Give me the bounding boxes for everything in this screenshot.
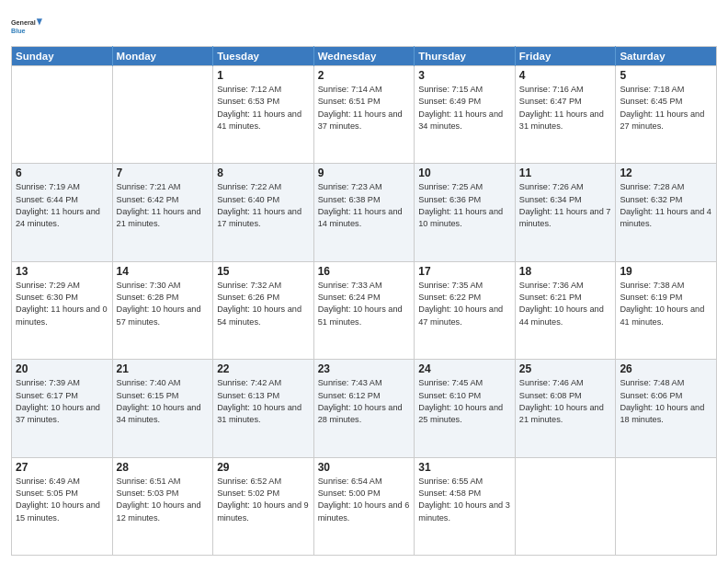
day-number: 24 xyxy=(418,362,511,375)
day-number: 9 xyxy=(318,167,411,179)
weekday-header: Sunday xyxy=(12,47,113,66)
day-info: Sunrise: 7:29 AM Sunset: 6:30 PM Dayligh… xyxy=(16,280,108,328)
calendar-cell: 27Sunrise: 6:49 AM Sunset: 5:05 PM Dayli… xyxy=(12,457,113,555)
calendar-cell: 21Sunrise: 7:40 AM Sunset: 6:15 PM Dayli… xyxy=(112,360,213,457)
calendar-cell: 10Sunrise: 7:25 AM Sunset: 6:36 PM Dayli… xyxy=(415,164,516,261)
day-number: 13 xyxy=(16,265,108,278)
calendar-cell: 6Sunrise: 7:19 AM Sunset: 6:44 PM Daylig… xyxy=(12,164,113,261)
day-number: 18 xyxy=(519,265,612,278)
day-number: 20 xyxy=(16,362,108,375)
day-info: Sunrise: 7:30 AM Sunset: 6:28 PM Dayligh… xyxy=(117,280,210,328)
day-info: Sunrise: 7:21 AM Sunset: 6:42 PM Dayligh… xyxy=(117,181,210,230)
svg-text:General: General xyxy=(11,18,36,27)
day-info: Sunrise: 6:55 AM Sunset: 4:58 PM Dayligh… xyxy=(418,476,511,524)
calendar-table: SundayMondayTuesdayWednesdayThursdayFrid… xyxy=(11,46,717,556)
day-info: Sunrise: 7:26 AM Sunset: 6:34 PM Dayligh… xyxy=(519,181,612,230)
calendar-cell: 9Sunrise: 7:23 AM Sunset: 6:38 PM Daylig… xyxy=(313,164,415,261)
day-info: Sunrise: 7:32 AM Sunset: 6:26 PM Dayligh… xyxy=(217,280,310,328)
calendar-cell: 29Sunrise: 6:52 AM Sunset: 5:02 PM Dayli… xyxy=(213,457,314,555)
calendar-cell: 19Sunrise: 7:38 AM Sunset: 6:19 PM Dayli… xyxy=(616,261,717,359)
day-info: Sunrise: 6:54 AM Sunset: 5:00 PM Dayligh… xyxy=(318,476,411,524)
day-number: 26 xyxy=(620,362,712,375)
calendar-cell xyxy=(112,66,213,164)
page: GeneralBlue SundayMondayTuesdayWednesday… xyxy=(0,0,728,563)
day-number: 4 xyxy=(519,69,612,82)
calendar-header: SundayMondayTuesdayWednesdayThursdayFrid… xyxy=(12,47,717,66)
calendar-cell: 3Sunrise: 7:15 AM Sunset: 6:49 PM Daylig… xyxy=(415,66,516,164)
calendar-cell: 15Sunrise: 7:32 AM Sunset: 6:26 PM Dayli… xyxy=(213,261,314,359)
calendar-cell: 11Sunrise: 7:26 AM Sunset: 6:34 PM Dayli… xyxy=(515,164,616,261)
day-info: Sunrise: 7:33 AM Sunset: 6:24 PM Dayligh… xyxy=(318,280,411,328)
calendar-cell: 8Sunrise: 7:22 AM Sunset: 6:40 PM Daylig… xyxy=(213,164,314,261)
weekday-header: Thursday xyxy=(415,47,516,66)
day-info: Sunrise: 7:28 AM Sunset: 6:32 PM Dayligh… xyxy=(620,181,712,230)
day-info: Sunrise: 7:22 AM Sunset: 6:40 PM Dayligh… xyxy=(217,181,310,230)
day-number: 5 xyxy=(620,69,712,82)
day-number: 29 xyxy=(217,461,310,474)
weekday-header: Saturday xyxy=(616,47,717,66)
calendar-cell: 7Sunrise: 7:21 AM Sunset: 6:42 PM Daylig… xyxy=(112,164,213,261)
calendar-cell: 23Sunrise: 7:43 AM Sunset: 6:12 PM Dayli… xyxy=(313,360,415,457)
calendar-cell: 12Sunrise: 7:28 AM Sunset: 6:32 PM Dayli… xyxy=(616,164,717,261)
day-info: Sunrise: 6:49 AM Sunset: 5:05 PM Dayligh… xyxy=(16,476,108,524)
day-info: Sunrise: 7:12 AM Sunset: 6:53 PM Dayligh… xyxy=(217,84,310,132)
day-number: 22 xyxy=(217,362,310,375)
calendar-cell: 17Sunrise: 7:35 AM Sunset: 6:22 PM Dayli… xyxy=(415,261,516,359)
day-number: 8 xyxy=(217,167,310,179)
header: GeneralBlue xyxy=(11,9,717,40)
day-number: 6 xyxy=(16,167,108,179)
weekday-header: Friday xyxy=(515,47,616,66)
calendar-cell: 16Sunrise: 7:33 AM Sunset: 6:24 PM Dayli… xyxy=(313,261,415,359)
calendar-body: 1Sunrise: 7:12 AM Sunset: 6:53 PM Daylig… xyxy=(12,66,717,556)
day-number: 11 xyxy=(519,167,612,179)
svg-text:Blue: Blue xyxy=(11,27,26,35)
day-number: 14 xyxy=(117,265,210,278)
calendar-cell: 18Sunrise: 7:36 AM Sunset: 6:21 PM Dayli… xyxy=(515,261,616,359)
day-info: Sunrise: 7:38 AM Sunset: 6:19 PM Dayligh… xyxy=(620,280,712,328)
calendar-week-row: 20Sunrise: 7:39 AM Sunset: 6:17 PM Dayli… xyxy=(12,360,717,457)
day-info: Sunrise: 7:15 AM Sunset: 6:49 PM Dayligh… xyxy=(418,84,511,132)
calendar-cell: 13Sunrise: 7:29 AM Sunset: 6:30 PM Dayli… xyxy=(12,261,113,359)
day-number: 10 xyxy=(418,167,511,179)
day-number: 19 xyxy=(620,265,712,278)
day-number: 15 xyxy=(217,265,310,278)
calendar-cell: 20Sunrise: 7:39 AM Sunset: 6:17 PM Dayli… xyxy=(12,360,113,457)
day-info: Sunrise: 6:51 AM Sunset: 5:03 PM Dayligh… xyxy=(117,476,210,524)
day-number: 2 xyxy=(318,69,411,82)
day-info: Sunrise: 7:39 AM Sunset: 6:17 PM Dayligh… xyxy=(16,377,108,426)
day-number: 30 xyxy=(318,461,411,474)
day-number: 12 xyxy=(620,167,712,179)
day-number: 21 xyxy=(117,362,210,375)
day-number: 23 xyxy=(318,362,411,375)
weekday-header: Monday xyxy=(112,47,213,66)
day-info: Sunrise: 7:43 AM Sunset: 6:12 PM Dayligh… xyxy=(318,377,411,426)
day-number: 28 xyxy=(117,461,210,474)
day-info: Sunrise: 7:23 AM Sunset: 6:38 PM Dayligh… xyxy=(318,181,411,230)
calendar-cell: 5Sunrise: 7:18 AM Sunset: 6:45 PM Daylig… xyxy=(616,66,717,164)
calendar-cell: 26Sunrise: 7:48 AM Sunset: 6:06 PM Dayli… xyxy=(616,360,717,457)
calendar-cell: 30Sunrise: 6:54 AM Sunset: 5:00 PM Dayli… xyxy=(313,457,415,555)
day-info: Sunrise: 7:14 AM Sunset: 6:51 PM Dayligh… xyxy=(318,84,411,132)
day-info: Sunrise: 7:45 AM Sunset: 6:10 PM Dayligh… xyxy=(418,377,511,426)
calendar-cell: 28Sunrise: 6:51 AM Sunset: 5:03 PM Dayli… xyxy=(112,457,213,555)
calendar-week-row: 6Sunrise: 7:19 AM Sunset: 6:44 PM Daylig… xyxy=(12,164,717,261)
day-info: Sunrise: 7:42 AM Sunset: 6:13 PM Dayligh… xyxy=(217,377,310,426)
day-info: Sunrise: 6:52 AM Sunset: 5:02 PM Dayligh… xyxy=(217,476,310,524)
calendar-week-row: 13Sunrise: 7:29 AM Sunset: 6:30 PM Dayli… xyxy=(12,261,717,359)
day-number: 1 xyxy=(217,69,310,82)
day-info: Sunrise: 7:19 AM Sunset: 6:44 PM Dayligh… xyxy=(16,181,108,230)
calendar-cell: 25Sunrise: 7:46 AM Sunset: 6:08 PM Dayli… xyxy=(515,360,616,457)
calendar-cell: 4Sunrise: 7:16 AM Sunset: 6:47 PM Daylig… xyxy=(515,66,616,164)
day-info: Sunrise: 7:18 AM Sunset: 6:45 PM Dayligh… xyxy=(620,84,712,132)
weekday-header: Tuesday xyxy=(213,47,314,66)
day-number: 7 xyxy=(117,167,210,179)
svg-marker-2 xyxy=(37,18,42,25)
day-info: Sunrise: 7:46 AM Sunset: 6:08 PM Dayligh… xyxy=(519,377,612,426)
calendar-cell: 14Sunrise: 7:30 AM Sunset: 6:28 PM Dayli… xyxy=(112,261,213,359)
day-number: 27 xyxy=(16,461,108,474)
day-number: 16 xyxy=(318,265,411,278)
day-number: 31 xyxy=(418,461,511,474)
calendar-cell xyxy=(12,66,113,164)
day-number: 17 xyxy=(418,265,511,278)
calendar-cell: 2Sunrise: 7:14 AM Sunset: 6:51 PM Daylig… xyxy=(313,66,415,164)
